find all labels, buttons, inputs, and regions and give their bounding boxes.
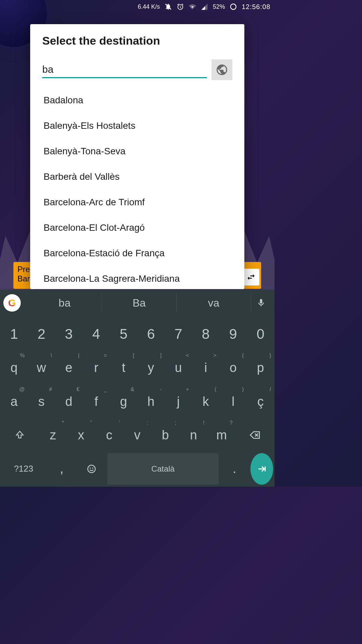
key-a[interactable]: @a — [1, 386, 27, 417]
svg-point-3 — [93, 468, 93, 468]
key-l[interactable]: )l — [221, 386, 246, 417]
cellular-signal-icon — [201, 3, 208, 10]
key-5[interactable]: 5 — [111, 318, 136, 350]
key-u[interactable]: <u — [166, 352, 191, 383]
emoji-key[interactable] — [78, 453, 106, 485]
result-item[interactable]: Barcelona-Arc de Triomf — [42, 190, 232, 215]
shift-icon — [15, 430, 25, 440]
key-h[interactable]: -h — [138, 386, 164, 417]
voice-input-button[interactable] — [251, 298, 271, 308]
key-g[interactable]: &g — [111, 386, 136, 417]
key-3[interactable]: 3 — [56, 318, 81, 350]
enter-key[interactable] — [250, 453, 273, 485]
key-9[interactable]: 9 — [221, 318, 246, 350]
key-y[interactable]: ]y — [138, 352, 164, 383]
clock-time: 12:56:08 — [242, 3, 270, 11]
globe-icon — [216, 63, 228, 76]
comma-key[interactable]: , — [48, 453, 76, 485]
shift-key[interactable] — [1, 419, 38, 451]
key-q[interactable]: %q — [1, 352, 27, 383]
network-speed: 6.44 K/s — [138, 3, 160, 10]
key-0[interactable]: 0 — [248, 318, 273, 350]
result-item[interactable]: Barcelona-Estació de França — [42, 240, 232, 266]
google-search-button[interactable]: G — [3, 294, 21, 312]
key-w[interactable]: \w — [29, 352, 54, 383]
status-bar: 6.44 K/s 52% 12:56:08 — [0, 0, 275, 13]
result-item[interactable]: Barberà del Vallès — [42, 164, 232, 190]
key-4[interactable]: 4 — [83, 318, 109, 350]
key-t[interactable]: [t — [111, 352, 136, 383]
language-globe-button[interactable] — [212, 59, 232, 80]
mic-icon — [256, 298, 266, 308]
on-screen-keyboard: G ba Ba va 1 2 3 4 5 6 7 8 9 0 %q \w |e … — [0, 289, 275, 487]
svg-point-1 — [88, 465, 96, 473]
key-p[interactable]: }p — [248, 352, 273, 383]
key-e[interactable]: |e — [56, 352, 81, 383]
destination-search-input[interactable] — [42, 62, 207, 78]
backspace-key[interactable] — [237, 419, 273, 451]
dialog-title: Select the destination — [42, 34, 232, 47]
key-i[interactable]: >i — [193, 352, 219, 383]
svg-point-2 — [90, 468, 90, 468]
suggestion-item[interactable]: va — [177, 293, 251, 313]
keyboard-keys: 1 2 3 4 5 6 7 8 9 0 %q \w |e =r [t ]y <u… — [0, 316, 275, 487]
key-7[interactable]: 7 — [166, 318, 191, 350]
key-c-cedilla[interactable]: /ç — [248, 386, 273, 417]
key-1[interactable]: 1 — [1, 318, 27, 350]
alarm-icon — [177, 3, 184, 10]
period-key[interactable]: . — [221, 453, 248, 485]
result-item[interactable]: Barcelona-La Sagrera-Meridiana — [42, 266, 232, 289]
key-m[interactable]: ?m — [208, 419, 235, 451]
key-o[interactable]: {o — [221, 352, 246, 383]
keyboard-row-3: *z "x 'c :v ;b !n ?m — [1, 419, 273, 451]
keyboard-row-numbers: 1 2 3 4 5 6 7 8 9 0 — [1, 318, 273, 350]
results-list: Badalona Balenyà-Els Hostalets Balenyà-T… — [42, 88, 232, 289]
key-c[interactable]: 'c — [96, 419, 122, 451]
keyboard-row-1: %q \w |e =r [t ]y <u >i {o }p — [1, 352, 273, 383]
key-6[interactable]: 6 — [138, 318, 164, 350]
key-b[interactable]: ;b — [152, 419, 178, 451]
key-r[interactable]: =r — [83, 352, 109, 383]
key-x[interactable]: "x — [68, 419, 94, 451]
swap-icon — [243, 269, 259, 285]
backspace-icon — [249, 429, 261, 441]
emoji-icon — [86, 464, 97, 474]
battery-percent: 52% — [213, 3, 225, 10]
key-v[interactable]: :v — [124, 419, 150, 451]
wifi-icon — [189, 3, 196, 10]
key-d[interactable]: €d — [56, 386, 81, 417]
space-key[interactable]: Català — [107, 453, 219, 485]
destination-dialog: Select the destination Badalona Balenyà-… — [30, 24, 244, 289]
next-icon — [257, 464, 267, 474]
notifications-muted-icon — [165, 3, 172, 10]
key-n[interactable]: !n — [180, 419, 206, 451]
result-item[interactable]: Barcelona-El Clot-Aragó — [42, 215, 232, 240]
search-row — [42, 59, 232, 80]
keyboard-suggestions-bar: G ba Ba va — [0, 289, 275, 316]
result-item[interactable]: Badalona — [42, 88, 232, 113]
key-z[interactable]: *z — [40, 419, 66, 451]
key-j[interactable]: +j — [166, 386, 191, 417]
battery-circle-icon — [230, 3, 237, 10]
result-item[interactable]: Balenyà-Els Hostalets — [42, 113, 232, 139]
key-2[interactable]: 2 — [29, 318, 54, 350]
key-k[interactable]: (k — [193, 386, 219, 417]
google-g-icon: G — [8, 297, 16, 309]
keyboard-row-bottom: ?123 , Català . — [1, 453, 273, 485]
key-8[interactable]: 8 — [193, 318, 219, 350]
result-item[interactable]: Balenyà-Tona-Seva — [42, 139, 232, 164]
keyboard-row-2: @a #s €d _f &g -h +j (k )l /ç — [1, 386, 273, 417]
key-s[interactable]: #s — [29, 386, 54, 417]
suggestion-item[interactable]: Ba — [102, 293, 176, 313]
symbols-key[interactable]: ?123 — [1, 453, 46, 485]
suggestion-item[interactable]: ba — [27, 293, 102, 313]
key-f[interactable]: _f — [83, 386, 109, 417]
